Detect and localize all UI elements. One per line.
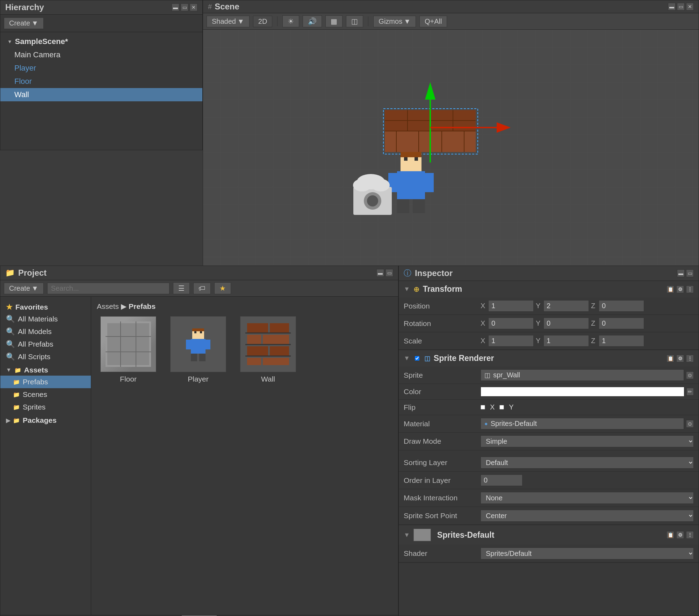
asset-item-player[interactable]: Player [167, 316, 230, 383]
inspector-maximize-btn[interactable]: ▭ [686, 269, 694, 277]
shader-select[interactable]: Sprites/Default [481, 548, 694, 559]
hierarchy-close-btn[interactable]: ✕ [190, 3, 197, 11]
star-button[interactable]: ★ [214, 282, 231, 294]
rotation-label: Rotation [404, 319, 481, 328]
scale-z-group: Z [591, 335, 644, 347]
color-field-label: Color [404, 387, 481, 396]
folder-icon-prefabs: 📁 [13, 379, 20, 385]
scene-maximize-btn[interactable]: ▭ [677, 3, 685, 10]
rotation-x-input[interactable] [488, 318, 534, 329]
color-picker[interactable] [481, 387, 684, 397]
sorting-layer-select[interactable]: Default [481, 457, 694, 469]
transform-gear-btn[interactable]: ⋮ [686, 285, 694, 293]
triangle-right-icon: ▶ [6, 417, 10, 424]
project-maximize-btn[interactable]: ▭ [385, 269, 393, 277]
sprite-renderer-header[interactable]: ▼ ◫ Sprite Renderer 📋 ⚙ ⋮ [399, 350, 699, 367]
overlay-button[interactable]: ◫ [346, 15, 363, 27]
hierarchy-item-player[interactable]: Player [0, 61, 202, 75]
sidebar-item-all-prefabs[interactable]: 🔍 All Prefabs [0, 338, 91, 350]
packages-section-header[interactable]: ▶ 📁 Packages [0, 413, 91, 426]
flip-x-checkbox[interactable] [481, 405, 485, 410]
color-row: Color ✏ [399, 384, 699, 400]
sidebar-item-scenes[interactable]: 📁 Scenes [0, 388, 91, 401]
scale-x-input[interactable] [488, 335, 534, 347]
assets-section-header[interactable]: ▼ 📁 Assets [0, 363, 91, 376]
position-y-input[interactable] [543, 300, 589, 312]
scale-label: Scale [404, 337, 481, 345]
scene-minimize-btn[interactable]: ▬ [668, 3, 676, 10]
mat-settings-btn[interactable]: ⚙ [676, 531, 684, 539]
mat-copy-btn[interactable]: 📋 [666, 531, 674, 539]
sprite-select-btn[interactable]: ⊙ [686, 371, 694, 379]
project-create-button[interactable]: Create ▼ [4, 283, 44, 294]
project-minimize-btn[interactable]: ▬ [376, 269, 384, 277]
hierarchy-panel-title: Hierarchy [5, 2, 44, 12]
material-preview-thumb [413, 529, 431, 541]
rotation-z-input[interactable] [599, 318, 644, 329]
gizmos-button[interactable]: Gizmos ▼ [373, 16, 416, 27]
sidebar-item-all-scripts[interactable]: 🔍 All Scripts [0, 350, 91, 363]
breadcrumb: Assets ▶ Prefabs [97, 302, 392, 311]
flip-y-label: Y [509, 403, 513, 411]
sprite-value: spr_Wall [493, 371, 520, 379]
inspector-minimize-btn[interactable]: ▬ [677, 269, 685, 277]
svg-rect-41 [206, 340, 210, 349]
asset-item-wall[interactable]: Wall [237, 316, 300, 383]
hierarchy-maximize-btn[interactable]: ▭ [181, 3, 188, 11]
color-eyedropper-btn[interactable]: ✏ [686, 388, 694, 396]
svg-rect-18 [401, 152, 421, 157]
mask-interaction-select[interactable]: None Visible Inside Mask Visible Outside… [481, 492, 694, 504]
transform-settings-btn[interactable]: ⚙ [676, 285, 684, 293]
sidebar-item-prefabs[interactable]: 📁 Prefabs [0, 376, 91, 388]
tag-button[interactable]: 🏷 [193, 283, 211, 294]
scene-viewport[interactable] [203, 30, 699, 267]
svg-rect-15 [425, 173, 434, 192]
folder-icon-sprites: 📁 [13, 404, 20, 411]
material-select-btn[interactable]: ⊙ [686, 420, 694, 428]
search-scene-button[interactable]: Q+All [419, 16, 447, 27]
favorites-toggle-button[interactable]: ☰ [173, 282, 190, 294]
hierarchy-item-floor[interactable]: Floor [0, 75, 202, 88]
mat-gear-btn[interactable]: ⋮ [686, 531, 694, 539]
asset-item-floor[interactable]: Floor [97, 316, 160, 383]
sprite-renderer-enabled-checkbox[interactable] [415, 356, 419, 361]
transform-toggle-icon: ▼ [404, 285, 410, 293]
sprite-sort-point-label: Sprite Sort Point [404, 512, 481, 520]
sidebar-item-all-materials[interactable]: 🔍 All Materials [0, 313, 91, 325]
2d-mode-button[interactable]: 2D [253, 16, 273, 27]
transform-header[interactable]: ▼ ⊕ Transform 📋 ⚙ ⋮ [399, 281, 699, 297]
shading-mode-button[interactable]: Shaded ▼ [207, 16, 250, 27]
sidebar-item-sprites[interactable]: 📁 Sprites [0, 401, 91, 413]
hierarchy-item-maincamera[interactable]: Main Camera [0, 48, 202, 61]
hierarchy-item-wall[interactable]: Wall [0, 88, 202, 101]
folder-icon-scenes: 📁 [13, 391, 20, 398]
transform-copy-btn[interactable]: 📋 [666, 285, 674, 293]
order-in-layer-input[interactable] [481, 474, 523, 486]
draw-mode-select[interactable]: Simple Sliced Tiled [481, 435, 694, 447]
sr-settings-btn[interactable]: ⚙ [676, 355, 684, 362]
scene-close-btn[interactable]: ✕ [686, 3, 694, 10]
project-search-input[interactable] [47, 283, 170, 294]
rotation-y-input[interactable] [543, 318, 589, 329]
hierarchy-minimize-btn[interactable]: ▬ [172, 3, 179, 11]
sprites-default-header[interactable]: ▼ Sprites-Default 📋 ⚙ ⋮ [399, 525, 699, 545]
hierarchy-scene-root[interactable]: ▼ SampleScene* [0, 35, 202, 48]
scale-z-input[interactable] [599, 335, 644, 347]
lighting-button[interactable]: ☀ [282, 15, 299, 27]
info-icon: ⓘ [404, 268, 411, 278]
hierarchy-create-button[interactable]: Create ▼ [4, 17, 44, 29]
sr-gear-btn[interactable]: ⋮ [686, 355, 694, 362]
position-x-input[interactable] [488, 300, 534, 312]
scale-y-input[interactable] [543, 335, 589, 347]
sidebar-item-all-models[interactable]: 🔍 All Models [0, 325, 91, 338]
flip-y-checkbox[interactable] [499, 405, 504, 410]
sr-copy-btn[interactable]: 📋 [666, 355, 674, 362]
position-z-input[interactable] [599, 300, 644, 312]
effects-button[interactable]: ▦ [325, 15, 343, 27]
sprite-sort-point-select[interactable]: Center Pivot [481, 510, 694, 522]
breadcrumb-current: Prefabs [129, 302, 156, 311]
sprite-value-box: ◫ spr_Wall [481, 369, 684, 381]
svg-rect-53 [263, 358, 289, 365]
favorites-section-header[interactable]: ★ Favorites [0, 300, 91, 313]
audio-button[interactable]: 🔊 [303, 15, 322, 27]
